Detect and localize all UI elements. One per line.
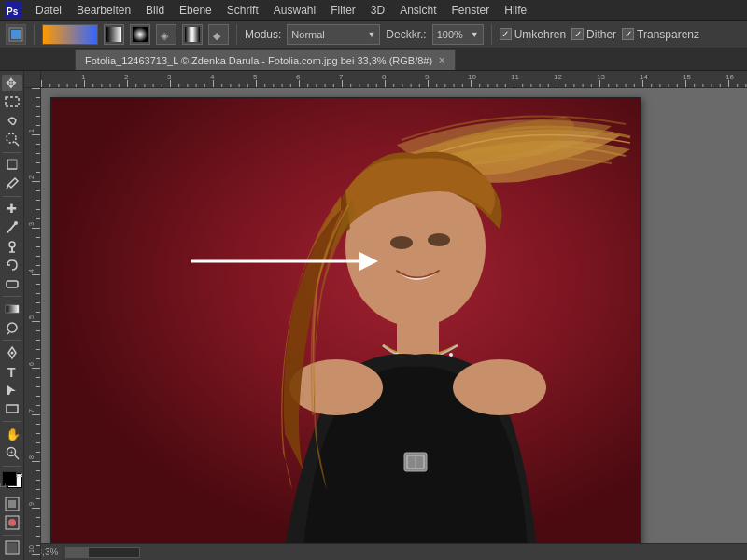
svg-rect-18 — [6, 305, 19, 313]
svg-point-11 — [7, 133, 16, 143]
svg-text:◈: ◈ — [161, 30, 169, 41]
svg-point-16 — [9, 242, 15, 247]
path-selection-btn[interactable] — [2, 382, 22, 399]
svg-line-26 — [15, 455, 19, 459]
pen-btn[interactable] — [2, 344, 22, 361]
tool-sep-4 — [3, 340, 21, 341]
app-logo: Ps — [4, 1, 22, 20]
svg-text:✋: ✋ — [6, 427, 20, 441]
default-colors-btn[interactable]: □ — [1, 481, 6, 489]
lasso-tool-btn[interactable] — [2, 112, 22, 129]
mode-dropdown-arrow: ▼ — [367, 30, 375, 39]
dither-wrap: ✓ Dither — [571, 28, 616, 41]
svg-rect-29 — [8, 500, 16, 508]
marquee-tool-btn[interactable] — [2, 93, 22, 110]
svg-text:✚: ✚ — [7, 202, 17, 216]
status-bar: 33,3% — [24, 543, 747, 560]
transparenz-wrap: ✓ Transparenz — [622, 28, 699, 41]
ruler-top — [41, 71, 747, 88]
menu-schrift[interactable]: Schrift — [219, 2, 266, 19]
toolbar: ✥ ✚ — [0, 71, 24, 560]
gradient-btn[interactable] — [2, 301, 22, 317]
menu-ebene[interactable]: Ebene — [172, 2, 219, 19]
edit-standard-btn[interactable] — [2, 496, 22, 512]
svg-point-48 — [453, 359, 546, 415]
gradient-preview[interactable] — [42, 24, 98, 45]
healing-btn[interactable]: ✚ — [2, 200, 22, 217]
color-swatches[interactable]: ⇄ □ — [2, 471, 22, 488]
opt-sep-3 — [491, 24, 492, 45]
dither-label: Dither — [586, 28, 616, 41]
mode-dropdown[interactable]: Normal ▼ — [287, 24, 380, 45]
svg-line-12 — [15, 142, 19, 146]
photo-background — [51, 98, 640, 546]
menu-hilfe[interactable]: Hilfe — [497, 2, 534, 19]
svg-point-43 — [449, 353, 453, 357]
opt-sep-2 — [236, 24, 237, 45]
tab-close-btn[interactable]: ✕ — [438, 55, 445, 65]
svg-rect-3 — [11, 30, 21, 39]
svg-rect-4 — [106, 27, 121, 42]
menu-fenster[interactable]: Fenster — [444, 2, 498, 19]
svg-rect-17 — [7, 281, 18, 287]
clone-stamp-btn[interactable] — [2, 238, 22, 255]
hand-btn[interactable]: ✋ — [2, 426, 22, 442]
shape-btn[interactable] — [2, 400, 22, 417]
tab-filename: Fotolia_12463713_L © Zdenka Darula - Fot… — [85, 55, 432, 66]
svg-text:◆: ◆ — [213, 30, 221, 41]
ruler-corner — [24, 71, 41, 88]
dodge-btn[interactable] — [2, 319, 22, 336]
gradient-reflected-btn[interactable] — [182, 24, 203, 45]
photo-canvas — [51, 98, 640, 546]
tool-preset-icon[interactable] — [6, 24, 26, 45]
document-tab[interactable]: Fotolia_12463713_L © Zdenka Darula - Fot… — [75, 49, 456, 70]
history-brush-btn[interactable] — [2, 257, 22, 273]
eraser-btn[interactable] — [2, 275, 22, 292]
zoom-btn[interactable]: + — [2, 444, 22, 461]
tool-sep-6 — [3, 466, 21, 467]
optionsbar: ◈ ◆ Modus: Normal ▼ Deckkr.: 100% ▼ ✓ Um… — [0, 21, 747, 49]
gradient-linear-btn[interactable] — [104, 24, 124, 45]
gradient-diamond-btn[interactable]: ◆ — [208, 24, 229, 45]
edit-quickmask-btn[interactable] — [2, 514, 22, 531]
menu-datei[interactable]: Datei — [28, 2, 69, 19]
screen-mode-btn[interactable] — [2, 539, 22, 556]
menu-filter[interactable]: Filter — [323, 2, 363, 19]
svg-text:Ps: Ps — [7, 7, 19, 17]
svg-rect-7 — [185, 27, 200, 42]
menu-bearbeiten[interactable]: Bearbeiten — [69, 2, 138, 19]
svg-point-19 — [7, 323, 17, 332]
menu-3d[interactable]: 3D — [363, 2, 392, 19]
opacity-dropdown[interactable]: 100% ▼ — [432, 24, 484, 45]
dither-checkbox[interactable]: ✓ — [571, 28, 584, 40]
workspace: ✥ ✚ — [0, 71, 747, 560]
quick-select-btn[interactable] — [2, 131, 22, 147]
opt-sep-1 — [34, 24, 35, 45]
menubar: Ps Datei Bearbeiten Bild Ebene Schrift A… — [0, 0, 747, 21]
eyedropper-btn[interactable] — [2, 175, 22, 191]
transparenz-checkbox[interactable]: ✓ — [622, 28, 634, 40]
svg-text:T: T — [7, 365, 16, 379]
canvas-scroll[interactable] — [41, 88, 747, 560]
svg-rect-5 — [133, 27, 148, 42]
tool-sep-5 — [3, 421, 21, 422]
svg-point-31 — [8, 519, 16, 526]
brush-btn[interactable] — [2, 219, 22, 236]
gradient-radial-btn[interactable] — [130, 24, 150, 45]
tool-sep-1 — [3, 152, 21, 153]
ruler-left — [24, 88, 41, 560]
menu-auswahl[interactable]: Auswahl — [266, 2, 323, 19]
canvas-image — [50, 97, 641, 547]
menu-ansicht[interactable]: Ansicht — [392, 2, 444, 19]
menu-bild[interactable]: Bild — [138, 2, 172, 19]
umkehren-checkbox[interactable]: ✓ — [500, 28, 512, 40]
move-tool-btn[interactable]: ✥ — [2, 75, 22, 91]
svg-point-36 — [390, 236, 413, 249]
progress-bar — [65, 547, 140, 558]
transparenz-label: Transparenz — [637, 28, 699, 41]
swap-colors-btn[interactable]: ⇄ — [16, 470, 23, 480]
text-btn[interactable]: T — [2, 363, 22, 380]
crop-tool-btn[interactable] — [2, 156, 22, 173]
gradient-angle-btn[interactable]: ◈ — [156, 24, 176, 45]
svg-line-20 — [7, 332, 9, 334]
